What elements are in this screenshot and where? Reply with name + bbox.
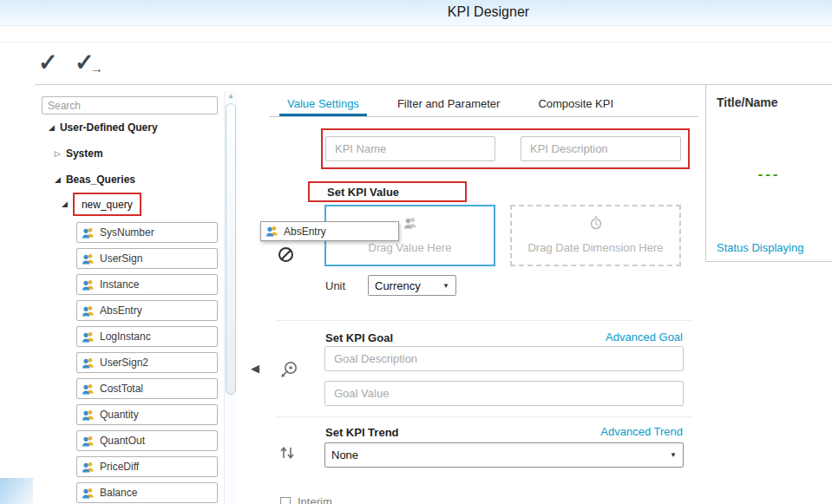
status-displaying-link[interactable]: Status Displaying	[717, 241, 803, 254]
sidebar: ◢ User-Defined Query ▷ System ◢ Beas_Que…	[35, 91, 236, 504]
interim-checkbox[interactable]	[280, 497, 291, 504]
goal-target-icon	[279, 360, 298, 379]
search-input[interactable]	[42, 96, 218, 115]
drag-date-dropzone[interactable]: Drag Date Dimension Here	[510, 205, 681, 266]
section-divider	[276, 320, 691, 321]
field-item-usersign2[interactable]: UserSign2	[76, 352, 218, 373]
field-item-sysnumber[interactable]: SysNumber	[76, 222, 218, 243]
field-label: Balance	[100, 487, 137, 499]
field-label: UserSign2	[100, 357, 148, 369]
dragged-field-chip[interactable]: AbsEntry	[260, 221, 399, 241]
check-icon: ✓	[38, 49, 58, 76]
confirm-and-continue-button[interactable]: ✓ →	[75, 49, 103, 76]
field-label: QuantOut	[100, 435, 145, 447]
users-icon	[82, 487, 95, 500]
scrollbar-thumb[interactable]	[226, 103, 236, 395]
users-icon	[82, 278, 95, 291]
goal-description-input[interactable]	[324, 346, 684, 371]
interim-row: Interim	[280, 495, 332, 504]
field-label: AbsEntry	[100, 304, 142, 317]
field-label: LogInstanc	[100, 331, 151, 343]
tree-expanded-icon[interactable]: ◢	[62, 200, 68, 208]
field-item-balance[interactable]: Balance	[76, 482, 218, 503]
tree-expanded-icon[interactable]: ◢	[55, 175, 61, 184]
tree-node-label: User-Defined Query	[60, 121, 158, 134]
users-icon	[265, 225, 278, 238]
field-item-instance[interactable]: Instance	[76, 274, 218, 295]
confirm-button[interactable]: ✓	[38, 49, 58, 76]
preview-title: Title/Name	[717, 95, 778, 109]
right-panel-bottom-divider	[705, 261, 832, 262]
tree-node-new-query[interactable]: ◢ new_query	[62, 197, 141, 211]
trend-select[interactable]: None ▼	[324, 442, 684, 468]
field-item-quantity[interactable]: Quantity	[76, 404, 218, 425]
drag-date-placeholder: Drag Date Dimension Here	[527, 241, 663, 254]
field-item-usersign[interactable]: UserSign	[76, 248, 218, 269]
tree-node-user-defined-query[interactable]: ◢ User-Defined Query	[49, 121, 158, 134]
tree-node-label: Beas_Queries	[66, 173, 135, 186]
collapse-panel-icon[interactable]: ◀	[251, 362, 259, 375]
tree-node-system[interactable]: ▷ System	[55, 147, 103, 160]
preview-panel: Title/Name --- Status Displaying	[706, 85, 832, 504]
app-header: KPI Designer	[0, 0, 832, 26]
tree-node-label: new_query	[82, 199, 133, 211]
advanced-trend-link[interactable]: Advanced Trend	[600, 425, 683, 438]
users-icon	[82, 357, 95, 370]
field-label: SysNumber	[100, 226, 154, 239]
tab-composite-kpi[interactable]: Composite KPI	[530, 94, 621, 116]
field-label: Instance	[100, 278, 139, 291]
kpi-description-input[interactable]	[521, 136, 681, 161]
field-label: PriceDiff	[100, 461, 139, 473]
set-kpi-value-label: Set KPI Value	[327, 186, 399, 199]
field-item-loginstanc[interactable]: LogInstanc	[76, 326, 218, 347]
field-item-costtotal[interactable]: CostTotal	[76, 378, 218, 399]
trend-selected-value: None	[331, 448, 358, 461]
drag-value-placeholder: Drag Value Here	[369, 241, 452, 254]
kpi-designer-app: KPI Designer ✓ ✓ → ◢ User-Defined Query …	[0, 0, 832, 504]
field-label: UserSign	[100, 252, 142, 265]
chevron-down-icon: ▼	[670, 451, 677, 459]
stopwatch-icon	[589, 216, 603, 230]
sidebar-scrollbar[interactable]: ▲	[224, 91, 237, 504]
users-icon	[82, 226, 95, 239]
tree-node-label: System	[66, 147, 103, 160]
users-icon	[82, 461, 95, 474]
tab-filter-and-parameter[interactable]: Filter and Parameter	[390, 94, 508, 116]
set-kpi-trend-label: Set KPI Trend	[325, 426, 399, 439]
users-icon	[82, 383, 95, 396]
field-item-pricediff[interactable]: PriceDiff	[76, 456, 218, 477]
tree-expanded-icon[interactable]: ◢	[49, 123, 55, 132]
field-label: CostTotal	[100, 383, 143, 395]
unit-select[interactable]: Currency ▼	[368, 275, 456, 296]
trend-arrows-icon	[278, 443, 297, 462]
measure-users-icon	[403, 216, 417, 230]
highlight-set-kpi-value: Set KPI Value	[308, 181, 467, 202]
field-item-absentry[interactable]: AbsEntry	[76, 300, 218, 321]
users-icon	[82, 435, 95, 448]
interim-label: Interim	[298, 495, 332, 504]
scroll-up-icon[interactable]: ▲	[225, 92, 237, 100]
preview-placeholder-value: ---	[706, 166, 832, 183]
tab-bar: Value Settings Filter and Parameter Comp…	[269, 94, 698, 117]
tree-collapsed-icon[interactable]: ▷	[55, 149, 61, 158]
header-divider	[0, 42, 832, 43]
section-divider	[276, 416, 691, 417]
unit-selected-value: Currency	[375, 279, 421, 292]
tab-value-settings[interactable]: Value Settings	[279, 94, 367, 116]
arrow-right-icon: →	[90, 61, 103, 75]
users-icon	[82, 409, 95, 422]
tree-node-beas-queries[interactable]: ◢ Beas_Queries	[55, 173, 135, 187]
goal-value-input[interactable]	[324, 381, 684, 406]
chevron-down-icon: ▼	[442, 282, 449, 290]
main-panel: Value Settings Filter and Parameter Comp…	[269, 87, 698, 504]
users-icon	[82, 304, 95, 317]
page-title: KPI Designer	[448, 4, 529, 20]
unit-label: Unit	[325, 279, 345, 292]
advanced-goal-link[interactable]: Advanced Goal	[606, 331, 683, 344]
kpi-name-input[interactable]	[325, 136, 495, 161]
users-icon	[82, 331, 95, 344]
dragged-field-label: AbsEntry	[284, 226, 326, 238]
users-icon	[82, 252, 95, 265]
field-item-quantout[interactable]: QuantOut	[76, 430, 218, 451]
highlight-new-query: new_query	[73, 193, 141, 216]
